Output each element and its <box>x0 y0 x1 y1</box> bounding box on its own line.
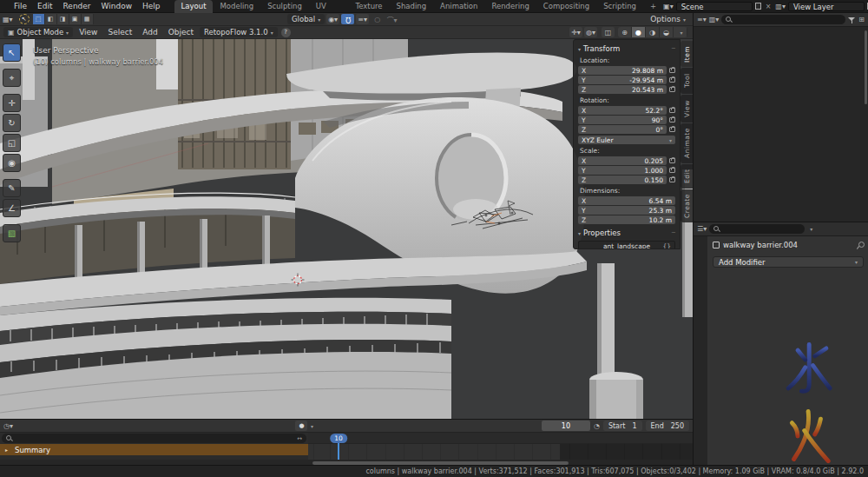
retopoflow-dropdown[interactable]: RetopoFlow 3.1.0▾ <box>200 27 278 37</box>
keying-options-icon[interactable]: ▾ <box>311 423 313 429</box>
rotation-z-field[interactable]: Z0° <box>578 125 667 134</box>
n-panel-tab-tool[interactable]: Tool <box>681 68 693 94</box>
editor-type-icon[interactable]: ▦▾ <box>0 16 16 23</box>
mode-dropdown[interactable]: ▣Object Mode▾ <box>3 27 73 37</box>
select-mode-new[interactable]: ⬚ <box>33 14 45 24</box>
dimensions-y-field[interactable]: Y25.3 m <box>578 206 675 215</box>
snap-settings-icon[interactable]: ≡▾ <box>356 14 369 24</box>
new-scene-icon[interactable] <box>755 3 761 10</box>
add-workspace-button[interactable]: + <box>643 0 663 13</box>
view-layer-selector[interactable]: View Layer <box>788 2 865 11</box>
workspace-tab-shading[interactable]: Shading <box>390 0 434 13</box>
rotation-mode-dropdown[interactable]: XYZ Euler▾ <box>578 136 675 144</box>
menu-edit[interactable]: Edit <box>32 2 57 10</box>
dimensions-z-field[interactable]: Z10.2 m <box>578 215 675 224</box>
menu-file[interactable]: File <box>9 2 32 10</box>
select-mode-invert[interactable]: ▣ <box>69 14 82 24</box>
proportional-editing-icon[interactable]: ○ <box>371 14 384 24</box>
snap-magnet-icon[interactable]: Ω <box>341 14 354 24</box>
shading-material-icon[interactable]: ◑ <box>646 27 660 37</box>
rotate-tool[interactable]: ↻ <box>3 114 21 132</box>
properties-editor-type-icon[interactable]: ☰▾ <box>697 225 707 233</box>
properties-panel-header[interactable]: ▾Properties┈ <box>578 228 675 238</box>
auto-keying-icon[interactable]: ● <box>295 421 307 431</box>
menu-window[interactable]: Window <box>96 2 138 10</box>
scale-z-field[interactable]: Z0.150 <box>578 176 667 184</box>
current-frame-field[interactable]: 10 <box>542 421 590 431</box>
active-tool-icon[interactable]: ↖ <box>19 14 30 24</box>
scene-selector[interactable]: Scene <box>676 2 753 11</box>
workspace-tab-sculpting[interactable]: Sculpting <box>260 0 309 13</box>
transform-panel-header[interactable]: ▾Transform┈ <box>578 43 675 54</box>
properties-options-icon[interactable]: ▾ <box>810 226 812 232</box>
summary-channel[interactable]: ▸Summary <box>0 444 308 455</box>
workspace-tab-compositing[interactable]: Compositing <box>536 0 596 13</box>
workspace-tab-modeling[interactable]: Modeling <box>213 0 260 13</box>
timeline-ruler[interactable] <box>308 433 693 444</box>
rotation-x-field[interactable]: X52.2° <box>578 106 667 115</box>
n-panel-tab-item[interactable]: Item <box>681 41 693 67</box>
shading-dropdown-icon[interactable]: ▾ <box>674 27 687 37</box>
lock-icon[interactable] <box>669 108 675 113</box>
rotation-y-field[interactable]: Y90° <box>578 116 667 124</box>
timeline-editor-type-icon[interactable]: ◷▾ <box>0 422 16 430</box>
shading-rendered-icon[interactable]: ◒ <box>660 27 674 37</box>
location-z-field[interactable]: Z20.543 m <box>578 85 667 94</box>
scale-x-field[interactable]: X0.205 <box>578 156 667 165</box>
menu-render[interactable]: Render <box>58 2 96 10</box>
lock-icon[interactable] <box>669 68 675 73</box>
scene-icon[interactable]: ▣▾ <box>663 3 674 10</box>
current-frame-badge[interactable]: 10 <box>330 434 347 443</box>
scale-tool[interactable]: ◱ <box>3 134 21 152</box>
tweak-select-tool[interactable]: ↖ <box>3 43 21 62</box>
new-collection-icon[interactable]: ⊞ <box>858 16 865 23</box>
lock-icon[interactable] <box>669 127 675 132</box>
transform-orientation-dropdown[interactable]: Global▾ <box>287 14 325 24</box>
workspace-tab-layout[interactable]: Layout <box>174 0 214 13</box>
overlays-dropdown-icon[interactable]: ◍▾ <box>584 27 597 37</box>
unlink-scene-icon[interactable]: × <box>764 3 773 10</box>
view-layer-icon[interactable]: ▥▾ <box>775 3 786 10</box>
move-tool[interactable]: ✛ <box>3 94 21 112</box>
expand-icon[interactable]: ↔ <box>297 435 302 442</box>
viewport-menu-view[interactable]: View <box>74 28 102 36</box>
lock-icon[interactable] <box>669 117 675 123</box>
viewport-menu-add[interactable]: Add <box>137 28 162 36</box>
dopesheet-area[interactable] <box>308 444 693 460</box>
select-mode-extend[interactable]: ◧ <box>45 14 57 24</box>
display-mode-icon[interactable]: ≡▾ <box>697 16 707 23</box>
outliner-scrollbar[interactable] <box>865 30 867 104</box>
n-panel-tab-create[interactable]: Create <box>681 189 693 222</box>
scale-y-field[interactable]: Y1.000 <box>578 166 667 175</box>
channel-search-input[interactable]: ↔ <box>2 434 306 443</box>
filter-icon[interactable]: ▥▾ <box>709 16 720 23</box>
lock-icon[interactable] <box>669 158 675 163</box>
xray-toggle-icon[interactable]: ◫ <box>602 27 615 37</box>
location-x-field[interactable]: X29.808 m <box>578 66 667 75</box>
transform-tool[interactable]: ◉ <box>3 154 21 172</box>
shading-solid-icon[interactable]: ● <box>632 27 646 37</box>
workspace-tab-animation[interactable]: Animation <box>433 0 484 13</box>
help-icon[interactable]: ? <box>281 28 291 37</box>
add-cube-tool[interactable]: ▧ <box>3 224 21 242</box>
workspace-tab-rendering[interactable]: Rendering <box>484 0 536 13</box>
outliner-search-input[interactable] <box>721 15 845 24</box>
timeline-tracks[interactable]: 10 <box>308 433 693 460</box>
start-frame-field[interactable]: Start1 <box>603 421 642 431</box>
location-y-field[interactable]: Y-29.954 m <box>578 76 667 84</box>
n-panel-tab-view[interactable]: View <box>681 95 693 123</box>
end-frame-field[interactable]: End250 <box>646 421 689 431</box>
add-modifier-dropdown[interactable]: Add Modifier▾ <box>713 256 864 268</box>
cursor-tool[interactable]: ⌖ <box>3 69 21 87</box>
shading-wireframe-icon[interactable]: ⊕ <box>618 27 632 37</box>
dimensions-x-field[interactable]: X6.54 m <box>578 196 675 205</box>
lock-icon[interactable] <box>669 87 675 92</box>
lock-icon[interactable] <box>669 177 675 182</box>
select-mode-intersect[interactable]: ▦ <box>82 14 94 24</box>
pin-icon[interactable] <box>856 242 864 249</box>
pivot-point-icon[interactable]: ◉▾ <box>326 14 339 24</box>
workspace-tab-uv-editing[interactable]: UV Editing <box>309 0 349 13</box>
funnel-filter-icon[interactable] <box>848 17 856 23</box>
properties-search-input[interactable] <box>709 224 805 234</box>
annotate-tool[interactable]: ✎ <box>3 179 21 197</box>
